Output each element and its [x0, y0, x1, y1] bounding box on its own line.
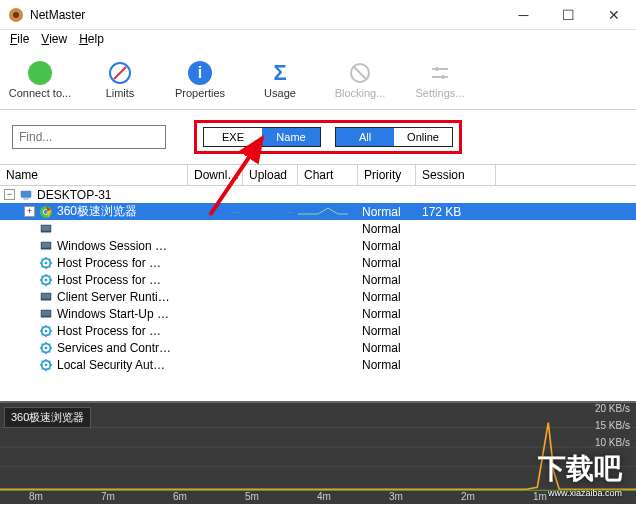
filterbar: EXE Name All Online [0, 110, 636, 164]
name-toggle[interactable]: Name [262, 128, 320, 146]
process-name: Client Server Runti… [57, 290, 170, 304]
root-label: DESKTOP-31 [37, 188, 111, 202]
blocking-label: Blocking... [335, 87, 386, 99]
process-name: Host Process for … [57, 324, 161, 338]
chart-cell [298, 204, 358, 219]
connect-button[interactable]: Connect to... [0, 61, 80, 99]
svg-line-3 [114, 67, 126, 79]
process-name: 360极速浏览器 [57, 203, 137, 220]
toolbar: Connect to... Limits i Properties Σ Usag… [0, 50, 636, 110]
app-icon [8, 7, 24, 23]
table-row[interactable]: Windows Session …Normal [0, 237, 636, 254]
traffic-chart [0, 403, 636, 504]
window-title: NetMaster [30, 8, 501, 22]
priority-cell: Normal [358, 290, 416, 304]
all-toggle[interactable]: All [336, 128, 394, 146]
priority-cell: Normal [358, 239, 416, 253]
priority-cell: Normal [358, 341, 416, 355]
limits-button[interactable]: Limits [80, 61, 160, 99]
maximize-button[interactable]: ☐ [546, 0, 591, 30]
chart-label: 360极速浏览器 [4, 407, 91, 428]
priority-cell: Normal [358, 205, 416, 219]
process-name: Host Process for … [57, 256, 161, 270]
svg-rect-10 [21, 190, 32, 197]
svg-point-28 [45, 329, 48, 332]
header-session[interactable]: Session [416, 165, 496, 185]
properties-label: Properties [175, 87, 225, 99]
exe-toggle[interactable]: EXE [204, 128, 262, 146]
session-cell: 172 KB [416, 205, 496, 219]
minimize-button[interactable]: ─ [501, 0, 546, 30]
svg-point-9 [441, 75, 445, 79]
svg-point-1 [13, 12, 19, 18]
table-row[interactable]: Host Process for …Normal [0, 322, 636, 339]
root-row[interactable]: − DESKTOP-31 [0, 186, 636, 203]
online-toggle[interactable]: Online [394, 128, 452, 146]
priority-cell: Normal [358, 273, 416, 287]
svg-point-22 [45, 278, 48, 281]
chart-panel: 360极速浏览器 20 KB/s15 KB/s10 KB/s 8m7m6m5m4… [0, 401, 636, 504]
process-name: Host Process for … [57, 273, 161, 287]
svg-line-5 [354, 67, 366, 79]
header-priority[interactable]: Priority [358, 165, 416, 185]
process-name: Local Security Aut… [57, 358, 165, 372]
svg-point-7 [435, 67, 439, 71]
properties-button[interactable]: i Properties [160, 61, 240, 99]
table-row[interactable]: Windows Start-Up …Normal [0, 305, 636, 322]
svg-rect-16 [42, 225, 51, 230]
priority-cell: Normal [358, 256, 416, 270]
table-row[interactable]: Normal [0, 220, 636, 237]
computer-icon [19, 188, 33, 202]
limits-icon [108, 61, 132, 85]
table-row[interactable]: Host Process for …Normal [0, 271, 636, 288]
connect-icon [28, 61, 52, 85]
menu-file[interactable]: File [10, 32, 29, 48]
process-name: Services and Contr… [57, 341, 171, 355]
svg-rect-24 [42, 293, 51, 298]
find-input[interactable] [12, 125, 166, 149]
header-chart[interactable]: Chart [298, 165, 358, 185]
table-row[interactable]: Services and Contr…Normal [0, 339, 636, 356]
process-tree[interactable]: − DESKTOP-31 +360极速浏览器----Normal172 KBNo… [0, 186, 636, 401]
filter-mode-segment: All Online [335, 127, 453, 147]
menu-help[interactable]: Help [79, 32, 104, 48]
svg-rect-11 [23, 198, 28, 199]
usage-button[interactable]: Σ Usage [240, 61, 320, 99]
connect-label: Connect to... [9, 87, 71, 99]
table-row[interactable]: +360极速浏览器----Normal172 KB [0, 203, 636, 220]
table-row[interactable]: Local Security Aut…Normal [0, 356, 636, 373]
table-row[interactable]: Client Server Runti…Normal [0, 288, 636, 305]
usage-label: Usage [264, 87, 296, 99]
download-cell: -- [188, 206, 243, 217]
upload-cell: -- [243, 206, 298, 217]
priority-cell: Normal [358, 324, 416, 338]
table-row[interactable]: Host Process for …Normal [0, 254, 636, 271]
blocking-button[interactable]: Blocking... [320, 61, 400, 99]
svg-point-32 [45, 363, 48, 366]
block-icon [348, 61, 372, 85]
column-headers: Name Downl… Upload Chart Priority Sessio… [0, 164, 636, 186]
expand-icon[interactable]: + [24, 206, 35, 217]
collapse-icon[interactable]: − [4, 189, 15, 200]
process-name: Windows Session … [57, 239, 167, 253]
header-name[interactable]: Name [0, 165, 188, 185]
settings-button[interactable]: Settings... [400, 61, 480, 99]
close-button[interactable]: ✕ [591, 0, 636, 30]
limits-label: Limits [106, 87, 135, 99]
view-mode-segment: EXE Name [203, 127, 321, 147]
menu-view[interactable]: View [41, 32, 67, 48]
priority-cell: Normal [358, 358, 416, 372]
sigma-icon: Σ [268, 61, 292, 85]
chart-y-scale: 20 KB/s15 KB/s10 KB/s [595, 403, 630, 454]
settings-label: Settings... [416, 87, 465, 99]
sliders-icon [428, 61, 452, 85]
header-upload[interactable]: Upload [243, 165, 298, 185]
svg-point-20 [45, 261, 48, 264]
toggle-highlight-box: EXE Name All Online [194, 120, 462, 154]
menubar: File View Help [0, 30, 636, 50]
priority-cell: Normal [358, 222, 416, 236]
chart-x-scale: 8m7m6m5m4m3m2m1m [0, 491, 576, 502]
info-icon: i [188, 61, 212, 85]
priority-cell: Normal [358, 307, 416, 321]
header-download[interactable]: Downl… [188, 165, 243, 185]
